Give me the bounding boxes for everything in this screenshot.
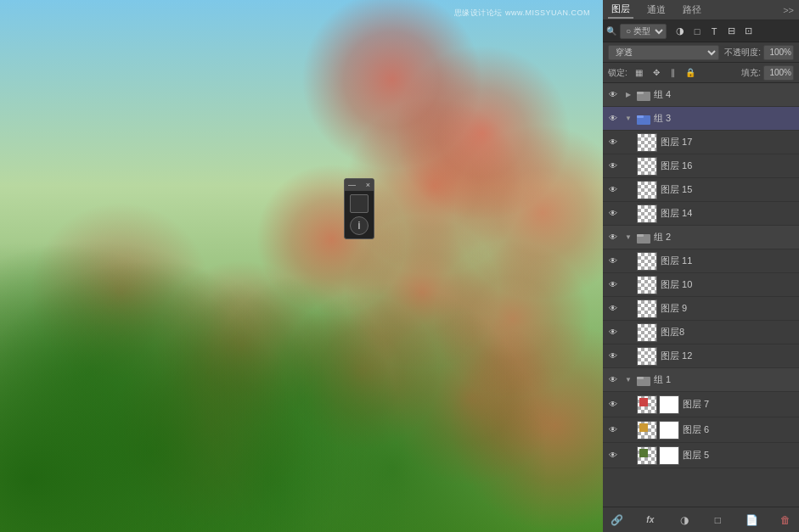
create-group-btn[interactable]: □ [709,512,726,529]
layer-group4[interactable]: 👁 ▶ 组 4 [603,83,799,107]
layer-17[interactable]: 👁 图层 17 [603,131,799,154]
lock-artboard-btn[interactable]: ∥ [667,66,680,80]
layer-14[interactable]: 👁 图层 14 [603,202,799,226]
fill-group: 填充: [741,65,794,81]
search-icons: ◑ □ T ⊟ ⊡ [673,25,755,38]
layer-5[interactable]: 👁 图层 5 [603,443,799,468]
svg-rect-3 [637,115,644,118]
filter-adjust-icon[interactable]: □ [690,25,704,38]
canvas-widget[interactable]: — × i [344,178,374,239]
name-10: 图层 10 [661,278,796,291]
tab-layers[interactable]: 图层 [608,1,633,19]
add-adjustment-btn[interactable]: ◑ [676,512,693,529]
filter-text-icon[interactable]: T [707,25,721,38]
layer-group1[interactable]: 👁 ▼ 组 1 [603,368,799,392]
eye-group3[interactable]: 👁 [606,112,620,126]
tab-channels[interactable]: 通道 [644,2,669,18]
new-layer-btn[interactable]: 📄 [743,512,760,529]
eye-group1[interactable]: 👁 [606,373,620,387]
opacity-input[interactable] [763,45,794,60]
lock-icons: ▦ ✥ ∥ 🔒 [633,66,697,80]
layer-name-group1: 组 1 [654,373,796,386]
thumb-7 [637,395,679,414]
widget-info: i [350,216,369,235]
eye-7[interactable]: 👁 [606,398,620,412]
name-12: 图层 12 [661,350,796,362]
layer-group2[interactable]: 👁 ▼ 组 2 [603,226,799,249]
expand-group1[interactable]: ▼ [623,375,633,385]
widget-body: i [345,191,374,238]
eye-9[interactable]: 👁 [606,302,620,316]
link-layers-btn[interactable]: 🔗 [608,512,625,529]
layer-15[interactable]: 👁 图层 15 [603,178,799,202]
layer-name-group4: 组 4 [654,88,796,101]
filter-shape-icon[interactable]: ⊟ [724,25,738,38]
filter-pixel-icon[interactable]: ◑ [673,25,687,38]
eye-group4[interactable]: 👁 [606,88,620,102]
fill-input[interactable] [763,65,794,81]
fx-btn[interactable]: fx [642,512,659,529]
layer-9[interactable]: 👁 图层 9 [603,297,799,321]
eye-15[interactable]: 👁 [606,183,620,197]
tab-paths[interactable]: 路径 [679,2,705,18]
svg-rect-7 [637,377,644,379]
layer-11[interactable]: 👁 图层 11 [603,249,799,273]
widget-swatch[interactable] [350,194,369,213]
lock-move-btn[interactable]: ✥ [650,66,663,80]
name-7: 图层 7 [683,398,796,411]
filter-smart-icon[interactable]: ⊡ [741,25,755,38]
thumb-15 [637,181,657,199]
thumb-16 [637,157,657,176]
name-11: 图层 11 [661,255,796,267]
blend-row: 穿透 不透明度: [603,42,799,63]
expand-group3[interactable]: ▼ [623,114,633,124]
thumb-12 [637,347,657,366]
watermark: 思缘设计论坛 www.MISSYUAN.COM [454,8,590,19]
eye-10[interactable]: 👁 [606,278,620,292]
search-bar: 🔍 ○ 类型 ◑ □ T ⊟ ⊡ [603,20,799,42]
thumb-6 [637,421,679,440]
folder-icon-group1 [637,374,650,386]
eye-16[interactable]: 👁 [606,160,620,173]
layer-group3[interactable]: 👁 ▼ 组 3 [603,107,799,131]
widget-close[interactable]: × [366,181,370,189]
delete-layer-btn[interactable]: 🗑 [777,512,794,529]
panel-collapse-btn[interactable]: >> [783,5,794,15]
thumb-17 [637,133,657,152]
name-9: 图层 9 [661,302,796,315]
lock-label: 锁定: [608,67,627,79]
name-17: 图层 17 [661,136,796,148]
eye-group2[interactable]: 👁 [606,231,620,244]
eye-14[interactable]: 👁 [606,207,620,221]
expand-group4[interactable]: ▶ [623,90,633,100]
eye-12[interactable]: 👁 [606,350,620,363]
layer-12[interactable]: 👁 图层 12 [603,344,799,368]
folder-icon-group2 [637,232,650,244]
search-select[interactable]: ○ 类型 [620,24,667,39]
eye-6[interactable]: 👁 [606,423,620,437]
widget-header: — × [345,179,374,191]
expand-group2[interactable]: ▼ [623,232,633,243]
layers-list[interactable]: 👁 ▶ 组 4 👁 ▼ 组 3 👁 图层 17 👁 图层 16 [603,83,799,507]
layer-7[interactable]: 👁 图层 7 [603,392,799,417]
layer-8[interactable]: 👁 图层8 [603,321,799,344]
layer-16[interactable]: 👁 图层 16 [603,154,799,178]
widget-minimize[interactable]: — [348,181,356,189]
name-8: 图层8 [661,326,796,339]
lock-row: 锁定: ▦ ✥ ∥ 🔒 填充: [603,63,799,83]
name-15: 图层 15 [661,183,796,196]
eye-17[interactable]: 👁 [606,136,620,149]
panel-tabs: 图层 通道 路径 >> [603,0,799,20]
layer-6[interactable]: 👁 图层 6 [603,417,799,443]
eye-11[interactable]: 👁 [606,255,620,268]
layer-name-group2: 组 2 [654,231,796,244]
folder-icon-group3 [637,113,650,125]
opacity-label: 不透明度: [724,47,761,59]
search-icon: 🔍 [606,26,616,36]
eye-8[interactable]: 👁 [606,326,620,339]
eye-5[interactable]: 👁 [606,449,620,462]
layer-10[interactable]: 👁 图层 10 [603,273,799,297]
blend-mode-select[interactable]: 穿透 [608,45,719,60]
lock-pixel-btn[interactable]: ▦ [633,66,646,80]
lock-all-btn[interactable]: 🔒 [684,66,697,80]
